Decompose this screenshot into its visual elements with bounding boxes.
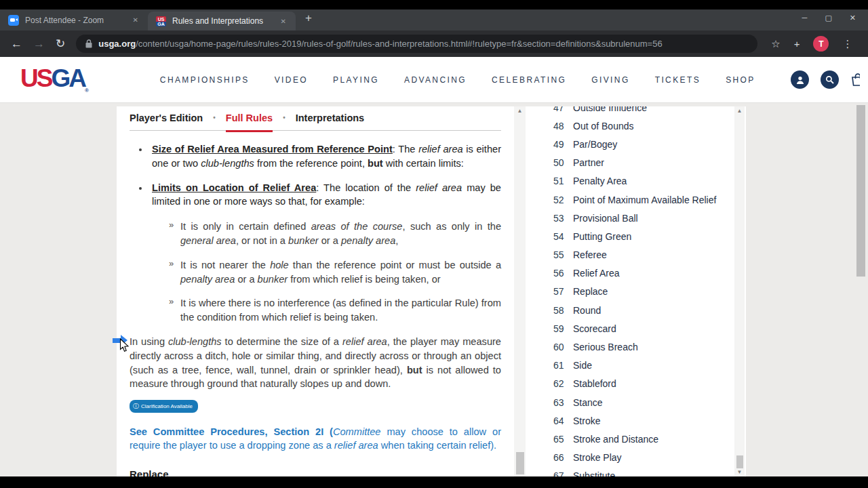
site-header: USGA® CHAMPIONSHIPSVIDEOPLAYINGADVANCING… (0, 57, 868, 103)
definition-item[interactable]: 62 Stableford (526, 375, 746, 393)
maximize-icon[interactable]: ▢ (825, 14, 831, 30)
article-scrollbar[interactable]: ▲ (514, 106, 526, 476)
search-button[interactable] (821, 70, 839, 89)
definition-item[interactable]: 50 Partner (526, 154, 746, 172)
tab-players-edition[interactable]: Player's Edition (130, 113, 203, 130)
url-domain: usga.org (98, 39, 136, 49)
cart-icon[interactable] (850, 73, 860, 87)
definition-item[interactable]: 63 Stance (526, 393, 746, 411)
forward-icon[interactable]: → (33, 37, 45, 51)
definition-label: Stableford (553, 378, 616, 389)
definition-item[interactable]: 65 Stroke and Distance (526, 430, 746, 448)
browser-toolbar: ← → ↻ usga.org/content/usga/home-page/ru… (0, 30, 868, 57)
club-lengths-paragraph: In using club-lengths to determine the s… (130, 335, 501, 391)
definition-item[interactable]: 52 Point of Maximum Available Relief (526, 190, 746, 209)
definition-item[interactable]: 56 Relief Area (526, 264, 746, 283)
url-path: /content/usga/home-page/rules/rules-2019… (136, 39, 662, 49)
definition-label: Scorecard (553, 323, 616, 334)
bullet-size-of-relief-area: Size of Relief Area Measured from Refere… (149, 142, 501, 171)
close-window-icon[interactable]: ✕ (850, 14, 856, 30)
toolbar-plus-icon[interactable]: + (794, 38, 800, 49)
definition-label: Side (553, 360, 592, 371)
definition-item[interactable]: 47 Outside Influence (526, 106, 746, 117)
scroll-up-icon[interactable]: ▲ (734, 108, 745, 114)
window-controls: ─ ▢ ✕ (802, 9, 868, 30)
lock-icon (85, 39, 92, 48)
tab-full-rules[interactable]: Full Rules (226, 113, 273, 132)
definition-item[interactable]: 64 Stroke (526, 411, 746, 430)
definition-number: 55 (526, 249, 553, 260)
definition-number: 58 (526, 305, 553, 316)
tab-interpretations[interactable]: Interpretations (296, 113, 365, 130)
search-icon (825, 75, 834, 84)
definition-item[interactable]: 57 Replace (526, 283, 746, 301)
browser-menu-icon[interactable]: ⋮ (842, 38, 852, 50)
definition-item[interactable]: 58 Round (526, 301, 746, 319)
definition-item[interactable]: 55 Referee (526, 246, 746, 264)
rules-tabs: Player's Edition • Full Rules • Interpre… (130, 106, 501, 131)
definitions-sidebar: 47 Outside Influence 48 Out of Bounds 49… (526, 106, 746, 476)
definition-number: 57 (526, 286, 553, 297)
clarification-badge[interactable]: ⓘ Clarification Available (130, 400, 198, 413)
zoom-app-icon (8, 15, 19, 26)
definition-item[interactable]: 53 Provisional Ball (526, 209, 746, 227)
new-tab-button[interactable]: + (296, 9, 320, 30)
nav-link[interactable]: PLAYING (333, 75, 379, 85)
mouse-cursor (119, 338, 130, 353)
definition-item[interactable]: 66 Stroke Play (526, 449, 746, 467)
badge-label: Clarification Available (141, 403, 193, 409)
nav-link[interactable]: VIDEO (275, 75, 308, 85)
definition-number: 60 (526, 342, 553, 352)
definition-item[interactable]: 59 Scorecard (526, 319, 746, 338)
committee-procedures-link[interactable]: See Committee Procedures, Section 2I (Co… (130, 425, 501, 453)
definition-label: Substitute (553, 470, 615, 476)
definition-number: 52 (526, 195, 553, 205)
definition-number: 54 (526, 231, 553, 242)
definition-label: Stroke and Distance (553, 434, 658, 445)
definition-item[interactable]: 49 Par/Bogey (526, 135, 746, 153)
definition-number: 66 (526, 452, 553, 463)
definition-item[interactable]: 60 Serious Breach (526, 338, 746, 356)
definition-number: 63 (526, 397, 553, 408)
address-bar[interactable]: usga.org/content/usga/home-page/rules/ru… (76, 35, 757, 53)
definition-item[interactable]: 54 Putting Green (526, 227, 746, 245)
nav-link[interactable]: CELEBRATING (492, 75, 566, 85)
usga-favicon: USGA (156, 16, 166, 26)
close-tab-icon[interactable]: ✕ (278, 16, 289, 26)
definition-item[interactable]: 67 Substitute (526, 467, 746, 476)
nav-link[interactable]: TICKETS (655, 75, 701, 85)
profile-button[interactable] (791, 70, 809, 89)
definition-item[interactable]: 61 Side (526, 357, 746, 375)
nav-link[interactable]: SHOP (726, 75, 755, 85)
scroll-up-icon[interactable]: ▲ (514, 108, 526, 114)
minimize-icon[interactable]: ─ (802, 14, 808, 30)
definition-number: 61 (526, 360, 553, 371)
browser-profile-avatar[interactable]: T (813, 36, 829, 52)
scrollbar-thumb[interactable] (736, 455, 743, 468)
scrollbar-thumb[interactable] (516, 452, 524, 474)
definition-number: 47 (526, 106, 553, 113)
sub-bullet-list: »It is only in certain defined areas of … (180, 220, 501, 325)
page-scrollbar[interactable] (856, 103, 865, 476)
definition-item[interactable]: 51 Penalty Area (526, 172, 746, 190)
back-icon[interactable]: ← (11, 37, 22, 51)
browser-tab-usga[interactable]: USGA Rules and Interpretations ✕ (148, 12, 296, 30)
sidebar-scrollbar[interactable]: ▲ ▼ (734, 106, 745, 476)
nav-link[interactable]: ADVANCING (404, 75, 467, 85)
definition-label: Stroke Play (553, 452, 622, 463)
page-background: Player's Edition • Full Rules • Interpre… (0, 103, 868, 476)
next-section-heading: Replace (130, 468, 501, 476)
scrollbar-thumb[interactable] (856, 105, 865, 277)
browser-tab-zoom[interactable]: Post Attendee - Zoom ✕ (0, 9, 148, 30)
nav-link[interactable]: GIVING (591, 75, 629, 85)
definition-number: 62 (526, 378, 553, 389)
close-tab-icon[interactable]: ✕ (130, 15, 141, 25)
bookmark-star-icon[interactable]: ☆ (771, 38, 780, 50)
definition-item[interactable]: 48 Out of Bounds (526, 117, 746, 135)
scroll-down-icon[interactable]: ▼ (734, 469, 745, 475)
reload-icon[interactable]: ↻ (56, 37, 65, 51)
sub-bullet-marker: » (169, 258, 174, 268)
sub-bullet-marker: » (169, 220, 174, 230)
nav-link[interactable]: CHAMPIONSHIPS (160, 75, 250, 85)
usga-logo[interactable]: USGA® (20, 66, 89, 94)
